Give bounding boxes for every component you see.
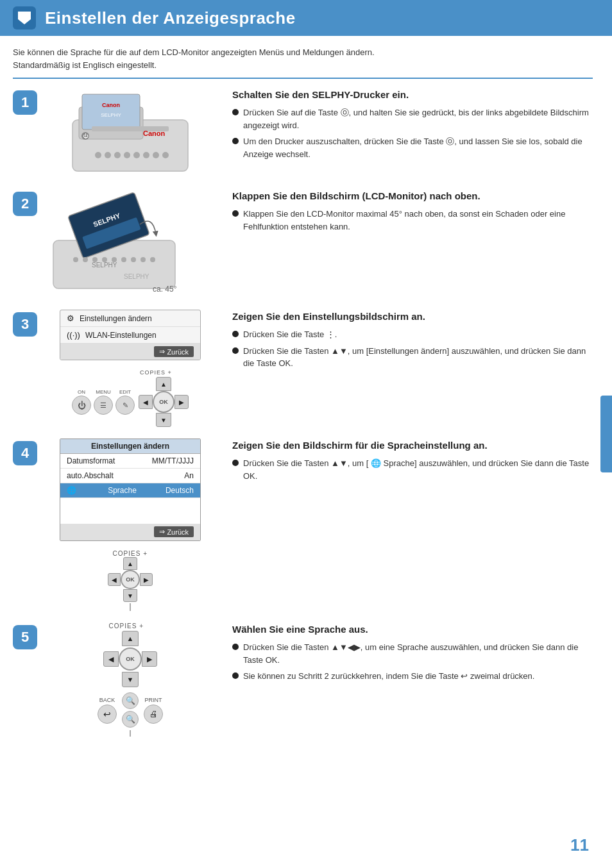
svg-text:ca. 45°: ca. 45°: [153, 285, 177, 294]
step-4-row: 4 Einstellungen ändern Datumsformat MM/T…: [13, 438, 593, 611]
bullet-dot: [232, 331, 239, 337]
settings-row-datum: Datumsformat MM/TT/JJJJ: [60, 454, 200, 469]
step-3-heading: Zeigen Sie den Einstellungsbildschirm an…: [232, 310, 593, 323]
back-arrow-icon: ⇒: [159, 347, 165, 356]
svg-text:SELPHY: SELPHY: [124, 273, 149, 280]
dpad-down-btn[interactable]: ▼: [156, 413, 171, 427]
svg-point-11: [153, 152, 159, 158]
control-panel-step3: COPIES + ON ⏻ MENU ☰: [72, 369, 189, 427]
back-btn-container: BACK ↩: [98, 697, 117, 724]
settings-row-einstellungen: ⚙ Einstellungen ändern: [60, 310, 200, 327]
step-1-bullets: Drücken Sie auf die Taste ⓞ, und halten …: [232, 106, 593, 160]
dpad-left-s5[interactable]: ◀: [103, 651, 119, 667]
svg-point-28: [121, 257, 126, 262]
step-5-text: Wählen Sie eine Sprache aus. Drücken Sie…: [232, 622, 593, 687]
step-5-bullets: Drücken Sie die Tasten ▲▼◀▶, um eine Spr…: [232, 641, 593, 683]
dpad-right-s5[interactable]: ▶: [142, 651, 157, 667]
back-btn-step4: ⇒ Zurück: [154, 526, 194, 537]
zoom-out-button[interactable]: 🔍: [122, 711, 139, 728]
step-4-image: Einstellungen ändern Datumsformat MM/TT/…: [44, 438, 217, 611]
settings-table-back: ⇒ Zurück: [60, 524, 200, 540]
menu-button[interactable]: ☰: [94, 396, 113, 415]
settings-table-header: Einstellungen ändern: [60, 439, 200, 454]
on-label: ON: [78, 389, 85, 395]
step-5-row: 5 COPIES + ▲ ◀ OK ▶ ▼: [13, 622, 593, 737]
step-2-number: 2: [13, 192, 37, 216]
step-2-bullet-1: Klappen Sie den LCD-Monitor maximal 45° …: [232, 208, 593, 233]
intro-text: Sie können die Sprache für die auf dem L…: [13, 46, 593, 79]
svg-point-24: [83, 257, 88, 262]
full-control-step5: COPIES + ▲ ◀ OK ▶ ▼ BACK: [98, 622, 163, 737]
dpad: ▲ ◀ OK ▶ ▼: [139, 377, 189, 427]
print-button-s5[interactable]: 🖨: [144, 705, 163, 724]
print-label-s5: PRINT: [145, 697, 162, 703]
svg-text:⏻: ⏻: [83, 133, 89, 139]
svg-point-29: [131, 257, 136, 262]
dpad-down-s5[interactable]: ▼: [122, 672, 139, 687]
step-1-image: Canon SELPHY ⏻ C: [44, 88, 217, 178]
step-5-image: COPIES + ▲ ◀ OK ▶ ▼ BACK: [44, 622, 217, 737]
svg-text:SELPHY: SELPHY: [101, 112, 121, 118]
ok-button-step4[interactable]: OK: [121, 570, 140, 589]
small-dpad: ▲ ◀ OK ▶ ▼: [108, 557, 153, 602]
dpad-up-s4[interactable]: ▲: [123, 557, 137, 570]
lcd-open-illustration: SELPHY SELPHY SELPHY: [44, 189, 191, 298]
back-button-screen: ⇒ Zurück: [154, 346, 194, 357]
dpad-up-s5[interactable]: ▲: [122, 631, 139, 646]
step-3-number: 3: [13, 312, 37, 337]
ok-button-step3[interactable]: OK: [153, 391, 174, 413]
page-header: Einstellen der Anzeigesprache: [0, 0, 612, 36]
step-3-row: 3 ⚙ Einstellungen ändern ((·)) WLAN-Eins…: [13, 310, 593, 427]
menu-label: MENU: [96, 389, 111, 395]
sprache-icon: 🌐: [67, 486, 76, 495]
dpad-down-s4[interactable]: ▼: [123, 589, 137, 602]
back-label-s5: BACK: [99, 697, 115, 703]
step-3-bullet-1: Drücken Sie die Taste ⋮.: [232, 328, 593, 341]
step-1-number: 1: [13, 90, 37, 115]
step-3-bullets: Drücken Sie die Taste ⋮. Drücken Sie die…: [232, 328, 593, 370]
abschalt-value: An: [184, 471, 194, 480]
edit-label: EDIT: [119, 389, 131, 395]
step-2-row: 2 SELPHY SELPHY SELPHY: [13, 189, 593, 298]
back-button-s5[interactable]: ↩: [98, 705, 117, 724]
ok-pad-step4: COPIES + ▲ ◀ OK ▶ ▼: [108, 550, 153, 611]
page-content: Sie können die Sprache für die auf dem L…: [0, 36, 612, 761]
printer-illustration-1: Canon SELPHY ⏻ C: [60, 88, 201, 178]
dpad-left-btn[interactable]: ◀: [139, 395, 153, 409]
step-5-bullet-1: Drücken Sie die Tasten ▲▼◀▶, um eine Spr…: [232, 641, 593, 666]
svg-point-31: [150, 257, 155, 262]
svg-point-30: [140, 257, 146, 262]
settings-label-einstellungen: Einstellungen ändern: [80, 314, 152, 323]
svg-point-27: [112, 257, 117, 262]
ok-button-step5[interactable]: OK: [119, 647, 142, 671]
step-5-heading: Wählen Sie eine Sprache aus.: [232, 622, 593, 636]
step-3-bullet-2: Drücken Sie die Tasten ▲▼, um [Einstellu…: [232, 345, 593, 370]
step-2-text: Klappen Sie den Bildschirm (LCD-Monitor)…: [232, 189, 593, 237]
step-3-text: Zeigen Sie den Einstellungsbildschirm an…: [232, 310, 593, 374]
dpad-left-s4[interactable]: ◀: [108, 573, 121, 586]
sprache-value: Deutsch: [166, 486, 194, 495]
back-arrow-icon2: ⇒: [159, 528, 165, 536]
dpad-right-btn[interactable]: ▶: [174, 395, 189, 409]
bullet-dot: [232, 347, 239, 354]
step-4-number: 4: [13, 441, 37, 465]
abschalt-label: auto.Abschalt: [67, 471, 114, 480]
copies-label-step4: COPIES +: [113, 550, 148, 557]
settings-menu-screen: ⚙ Einstellungen ändern ((·)) WLAN-Einste…: [60, 310, 201, 360]
bullet-dot: [232, 210, 239, 217]
svg-point-9: [133, 152, 140, 158]
dpad-up-btn[interactable]: ▲: [156, 377, 171, 391]
step-2-image: SELPHY SELPHY SELPHY: [44, 189, 217, 298]
settings-back-row: ⇒ Zurück: [60, 344, 200, 360]
svg-point-26: [102, 257, 107, 262]
power-button[interactable]: ⏻: [72, 396, 91, 415]
gear-icon: ⚙: [67, 313, 74, 323]
zoom-in-button[interactable]: 🔍: [122, 692, 139, 709]
step-5-number: 5: [13, 625, 37, 649]
dpad-right-s4[interactable]: ▶: [140, 573, 153, 586]
bullet-dot: [232, 644, 239, 650]
svg-point-25: [92, 257, 98, 262]
edit-button[interactable]: ✎: [115, 396, 135, 415]
step-1-row: 1 Canon SELPHY: [13, 88, 593, 178]
step-1-heading: Schalten Sie den SELPHY-Drucker ein.: [232, 88, 593, 101]
